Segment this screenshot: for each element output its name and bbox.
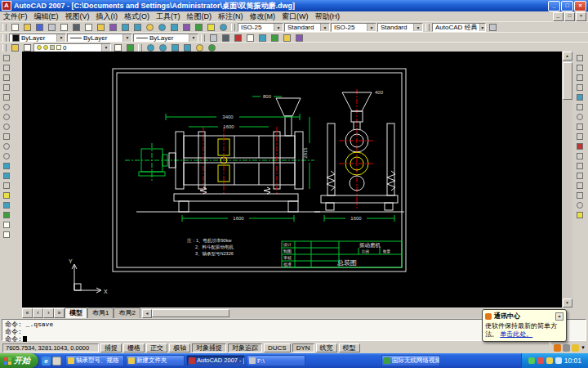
- polyline-icon[interactable]: [2, 73, 11, 82]
- revision-cloud-icon[interactable]: [2, 122, 11, 131]
- rectangle-icon[interactable]: [2, 92, 11, 101]
- otrack-toggle[interactable]: 对象追踪: [228, 343, 262, 352]
- tray-volume-icon[interactable]: [555, 357, 562, 364]
- linetype-control-combo[interactable]: ByLayer▼: [67, 34, 132, 43]
- menu-help[interactable]: 帮助(H): [312, 11, 344, 21]
- ortho-toggle[interactable]: 正交: [146, 343, 167, 352]
- dim-style-combo[interactable]: ISO-25▼: [238, 23, 283, 32]
- chevron-down-icon[interactable]: ▼: [274, 24, 283, 31]
- paste-icon[interactable]: [95, 23, 106, 33]
- scroll-up-icon[interactable]: ▲: [563, 52, 572, 61]
- menu-dimension[interactable]: 标注(N): [215, 11, 247, 21]
- cut-icon[interactable]: [70, 23, 82, 33]
- plot-icon[interactable]: [46, 23, 57, 33]
- table-icon[interactable]: [2, 220, 11, 229]
- toolbar-grip[interactable]: [2, 24, 7, 31]
- tray-clock[interactable]: 10:01: [564, 357, 581, 365]
- doc-close-button[interactable]: ×: [576, 12, 586, 21]
- mtext-icon[interactable]: [2, 230, 11, 239]
- toolbar-grip[interactable]: [425, 24, 430, 31]
- redo-icon[interactable]: [131, 23, 143, 33]
- chamfer-icon[interactable]: [575, 191, 585, 200]
- dim-style-combo-2[interactable]: ISO-25▼: [331, 23, 376, 32]
- tab-layout2[interactable]: 布局2: [114, 307, 140, 318]
- internet-explorer-icon[interactable]: e: [42, 357, 51, 366]
- help-icon[interactable]: [217, 23, 229, 33]
- doc-minimize-button[interactable]: _: [553, 12, 564, 21]
- communication-center-icon[interactable]: [554, 344, 561, 352]
- tab-first-icon[interactable]: «: [22, 308, 33, 318]
- coordinates-readout[interactable]: 7605.7534, 3281.1043, 0.0000: [2, 343, 99, 352]
- table-style-combo[interactable]: Standard▼: [377, 23, 423, 32]
- polar-toggle[interactable]: 极轴: [169, 343, 190, 352]
- balloon-close-icon[interactable]: ×: [555, 312, 564, 321]
- restore-button[interactable]: □: [561, 1, 573, 11]
- tray-antivirus-icon[interactable]: [528, 357, 535, 364]
- array-icon[interactable]: [575, 92, 585, 101]
- toolbar-lock-icon[interactable]: [563, 344, 570, 352]
- zoom-realtime-icon[interactable]: [156, 23, 167, 33]
- vertical-scrollbar[interactable]: ▲ ▼: [562, 52, 572, 307]
- taskbar-task-5[interactable]: 国际无线网络视频: [381, 355, 440, 366]
- circle-icon[interactable]: [2, 112, 11, 121]
- chevron-down-icon[interactable]: ▼: [122, 34, 131, 42]
- match-properties-icon[interactable]: [107, 23, 118, 33]
- region-icon[interactable]: [2, 210, 11, 219]
- copy-object-icon[interactable]: [575, 63, 585, 72]
- insert-block-icon[interactable]: [2, 161, 11, 170]
- status-tray-menu-icon[interactable]: ▼: [581, 345, 586, 350]
- gradient-icon[interactable]: [2, 200, 11, 209]
- plot-preview-icon[interactable]: [58, 23, 69, 33]
- start-button[interactable]: 开始: [0, 353, 38, 368]
- chevron-down-icon[interactable]: ▼: [101, 44, 110, 52]
- toolbar-grip[interactable]: [138, 44, 142, 52]
- menu-modify[interactable]: 修改(M): [247, 11, 279, 21]
- ellipse-arc-icon[interactable]: [2, 151, 11, 160]
- chevron-down-icon[interactable]: ▼: [479, 24, 485, 31]
- text-style-combo[interactable]: Standard▼: [284, 23, 330, 32]
- taskbar-task-autocad[interactable]: AutoCAD 2007 - [双...: [186, 355, 245, 366]
- scroll-left-icon[interactable]: ◄: [142, 309, 152, 318]
- trim-icon[interactable]: [575, 141, 585, 150]
- move-icon[interactable]: [575, 102, 585, 111]
- chevron-down-icon[interactable]: ▼: [56, 34, 65, 42]
- make-block-icon[interactable]: [2, 171, 11, 180]
- construction-line-icon[interactable]: [2, 63, 11, 72]
- point-icon[interactable]: [2, 181, 11, 190]
- menu-draw[interactable]: 绘图(D): [184, 11, 216, 21]
- mirror-icon[interactable]: [575, 73, 585, 82]
- taskbar-task-1[interactable]: 轴承型号、规格: [65, 355, 124, 366]
- color-control-combo[interactable]: ByLayer▼: [9, 34, 66, 43]
- workspace-combo[interactable]: AutoCAD 经典▼: [432, 23, 486, 32]
- copy-icon[interactable]: [82, 23, 94, 33]
- tool-palettes-icon[interactable]: [205, 23, 216, 33]
- hatch-icon[interactable]: [2, 191, 11, 200]
- polygon-icon[interactable]: [2, 83, 11, 92]
- break-at-point-icon[interactable]: [575, 161, 585, 170]
- taskbar-task-4[interactable]: F:\: [247, 355, 305, 366]
- fillet-icon[interactable]: [575, 200, 585, 209]
- model-space-toggle[interactable]: 模型: [339, 343, 360, 352]
- tab-prev-icon[interactable]: ‹: [33, 308, 43, 318]
- tray-update-icon[interactable]: [546, 357, 553, 364]
- menu-view[interactable]: 视图(V): [62, 11, 93, 21]
- offset-icon[interactable]: [575, 83, 585, 92]
- tab-last-icon[interactable]: »: [54, 308, 65, 318]
- tab-layout1[interactable]: 布局1: [87, 307, 114, 318]
- properties-icon[interactable]: [180, 23, 192, 33]
- chevron-down-icon[interactable]: ▼: [413, 24, 422, 31]
- snap-toggle[interactable]: 捕捉: [100, 343, 122, 352]
- balloon-link[interactable]: 单击此处。: [500, 330, 532, 338]
- close-button[interactable]: ×: [574, 1, 586, 11]
- menu-insert[interactable]: 插入(I): [93, 11, 122, 21]
- toolbar-grip[interactable]: [201, 34, 205, 42]
- menu-tools[interactable]: 工具(T): [153, 11, 184, 21]
- explode-icon[interactable]: [575, 210, 585, 219]
- tray-alert-icon[interactable]: [537, 357, 544, 364]
- zoom-window-icon[interactable]: [168, 23, 180, 33]
- line-icon[interactable]: [2, 53, 11, 62]
- horizontal-scroll-thumb[interactable]: [152, 309, 229, 317]
- pan-icon[interactable]: [144, 23, 155, 33]
- toolbar-grip[interactable]: [231, 24, 235, 31]
- dyn-toggle[interactable]: DYN: [292, 343, 314, 352]
